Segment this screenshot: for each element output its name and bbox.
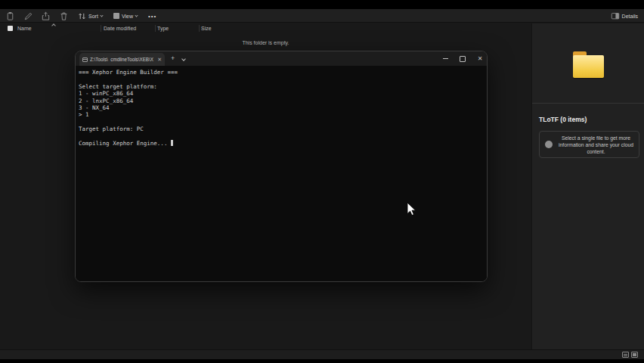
close-button[interactable]: ✕ — [472, 51, 488, 66]
column-divider[interactable] — [155, 25, 156, 32]
more-options-button[interactable]: ••• — [148, 9, 156, 23]
column-header-name[interactable]: Name — [17, 26, 32, 31]
details-panel-title: TLoTF (0 items) — [539, 116, 587, 123]
view-button[interactable]: View — [113, 9, 138, 23]
empty-folder-message: This folder is empty. — [0, 40, 531, 45]
new-tab-button[interactable]: + — [171, 51, 175, 66]
more-icon: ••• — [148, 13, 156, 20]
terminal-line — [79, 119, 487, 126]
rename-icon — [23, 11, 33, 21]
terminal-line: Select target platform: — [79, 83, 487, 90]
tab-close-icon[interactable]: ✕ — [157, 57, 162, 63]
screen: Sort View ••• Details Name — [0, 0, 644, 363]
mouse-cursor — [407, 202, 416, 216]
terminal-line: Compiling Xephor Engine... — [79, 140, 487, 147]
terminal-content[interactable]: === Xephor Engine Builder === Select tar… — [76, 66, 487, 282]
cmd-window-icon — [82, 57, 88, 62]
column-header-date-modified[interactable]: Date modified — [104, 26, 136, 31]
column-divider[interactable] — [101, 25, 101, 32]
terminal-line: === Xephor Engine Builder === — [79, 69, 487, 76]
terminal-line: 1 - winPC_x86_64 — [79, 90, 487, 97]
explorer-toolbar: Sort View ••• Details — [0, 9, 644, 23]
terminal-cursor — [171, 140, 173, 146]
details-pane-icon — [611, 11, 620, 20]
chevron-down-icon — [135, 14, 138, 17]
sort-label: Sort — [88, 14, 98, 19]
terminal-line — [79, 76, 487, 82]
maximize-button[interactable] — [454, 51, 471, 66]
terminal-line: > 1 — [79, 111, 487, 118]
details-hint-text: Select a single file to get more informa… — [557, 135, 635, 155]
letterbox-top — [0, 0, 644, 9]
view-icon — [113, 13, 119, 19]
terminal-line: 2 - lnxPC_x86_64 — [79, 98, 487, 104]
terminal-line — [79, 133, 487, 140]
minimize-button[interactable] — [437, 51, 454, 66]
details-toggle-button[interactable]: Details — [611, 9, 638, 23]
column-divider[interactable] — [199, 25, 200, 32]
thumbnail-view-toggle-icon[interactable] — [631, 352, 638, 358]
details-hint-box: Select a single file to get more informa… — [539, 131, 639, 158]
share-icon — [41, 11, 51, 21]
status-bar — [0, 349, 644, 359]
column-header-size[interactable]: Size — [201, 26, 212, 31]
terminal-window: Z:\Tools\_cmdlineTools\XEB\X ✕ + ✕ === X… — [75, 51, 488, 282]
sort-arrows-icon — [78, 12, 86, 20]
terminal-line: 3 - NX_64 — [79, 104, 487, 111]
terminal-titlebar[interactable]: Z:\Tools\_cmdlineTools\XEB\X ✕ + ✕ — [76, 51, 487, 66]
share-button[interactable] — [41, 9, 51, 23]
details-view-toggle-icon[interactable] — [622, 352, 629, 358]
terminal-line-text: Compiling Xephor Engine... — [79, 140, 171, 147]
sort-ascending-icon — [51, 23, 56, 28]
tab-dropdown-icon[interactable] — [181, 57, 186, 61]
column-headers: Name Date modified Type Size — [0, 23, 531, 33]
preview-area — [532, 23, 644, 104]
terminal-line: Target platform: PC — [79, 126, 487, 132]
info-circle-icon — [545, 141, 553, 148]
sort-button[interactable]: Sort — [78, 9, 103, 23]
terminal-tab[interactable]: Z:\Tools\_cmdlineTools\XEB\X ✕ — [79, 53, 165, 66]
select-all-checkbox[interactable] — [8, 26, 13, 31]
letterbox-bottom — [0, 359, 644, 363]
view-label: View — [122, 14, 133, 19]
delete-icon — [59, 11, 69, 21]
folder-icon — [573, 55, 604, 78]
terminal-tab-title: Z:\Tools\_cmdlineTools\XEB\X — [90, 57, 155, 62]
chevron-down-icon — [100, 14, 103, 17]
rename-button[interactable] — [23, 9, 33, 23]
paste-icon — [5, 11, 15, 21]
details-label: Details — [622, 14, 638, 19]
delete-button[interactable] — [59, 9, 69, 23]
paste-button[interactable] — [5, 9, 15, 23]
details-panel: TLoTF (0 items) Select a single file to … — [531, 23, 644, 349]
column-header-type[interactable]: Type — [157, 26, 169, 31]
